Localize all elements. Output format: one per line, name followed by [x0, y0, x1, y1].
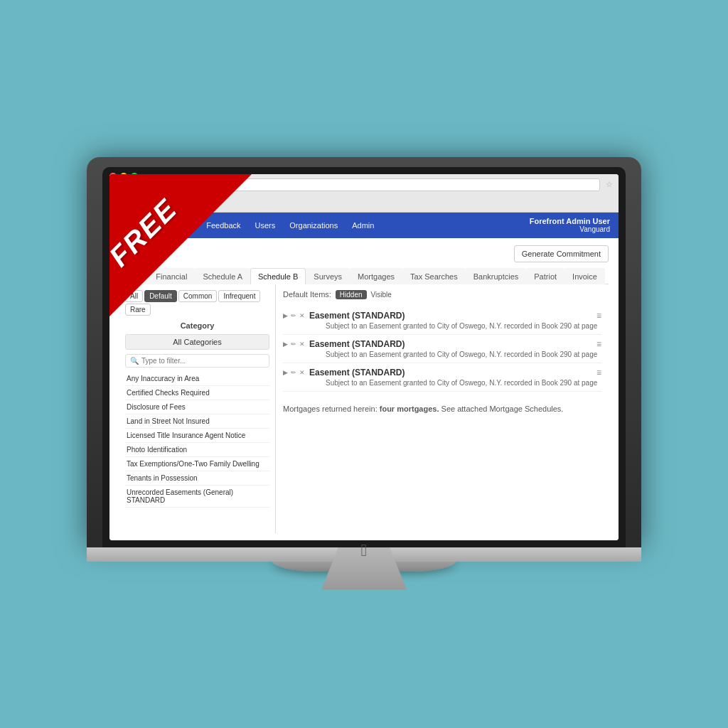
- easement-header-1: ▶ ✏ ✕ Easement (STANDARD) ≡: [283, 311, 601, 321]
- pencil-icon[interactable]: ✏: [291, 369, 296, 376]
- tab-financial[interactable]: Financial: [148, 268, 195, 284]
- list-item[interactable]: Certified Checks Required: [125, 386, 269, 400]
- tab-general[interactable]: eral: [119, 268, 148, 284]
- main-layout: All Default Common Infrequent Rare Categ…: [119, 284, 609, 533]
- filter-buttons: All Default Common Infrequent Rare: [125, 290, 269, 316]
- list-item[interactable]: Disclosure of Fees: [125, 400, 269, 414]
- expand-icon[interactable]: ▶: [283, 341, 288, 348]
- tab-schedule-a[interactable]: Schedule A: [195, 268, 250, 284]
- pencil-icon[interactable]: ✏: [291, 341, 296, 348]
- nav-organizations[interactable]: Organizations: [284, 218, 343, 232]
- badge-hidden[interactable]: Hidden: [336, 290, 367, 299]
- list-item[interactable]: Photo Identification: [125, 443, 269, 457]
- tab-surveys[interactable]: Surveys: [306, 268, 350, 284]
- nav-admin[interactable]: Admin: [346, 218, 380, 232]
- right-panel: Default Items: Hidden Visible ▶ ✏: [276, 284, 609, 533]
- delete-icon[interactable]: ✕: [299, 341, 305, 348]
- item-controls-2: ▶ ✏ ✕: [283, 341, 305, 348]
- user-org: Vanguard: [530, 225, 610, 233]
- expand-window-dot[interactable]: [132, 182, 138, 188]
- badge-visible[interactable]: Visible: [371, 291, 392, 299]
- star-icon: ☆: [606, 180, 613, 189]
- menu-icon-1[interactable]: ≡: [596, 311, 601, 321]
- browser-tab[interactable]: F Forefront Title Insu...: [115, 194, 208, 208]
- list-item-licensed-title[interactable]: Licensed Title Insurance Agent Notice: [125, 429, 269, 443]
- list-item[interactable]: Land in Street Not Insured: [125, 414, 269, 429]
- tab-invoice[interactable]: Invoice: [564, 268, 605, 284]
- browser-window-dots: [115, 182, 138, 188]
- lock-icon: 🔒: [181, 181, 190, 188]
- filter-default[interactable]: Default: [144, 290, 177, 302]
- app-logo: FOREFR A VANGUARD: [118, 218, 154, 232]
- easement-desc-1: Subject to an Easement granted to City o…: [326, 322, 601, 330]
- easement-title-2: Easement (STANDARD): [309, 339, 592, 349]
- logo-top-text: FOREFR: [118, 218, 154, 227]
- delete-icon[interactable]: ✕: [299, 312, 305, 319]
- item-controls-1: ▶ ✏ ✕: [283, 312, 305, 319]
- menu-icon-2[interactable]: ≡: [596, 339, 601, 349]
- monitor-wrapper: ‹ › ↻ 🔒 https://fore... ☆ F F: [87, 157, 641, 572]
- refresh-button[interactable]: ↻: [161, 180, 171, 190]
- nav-users[interactable]: Users: [250, 218, 282, 232]
- favicon: F: [123, 197, 132, 205]
- expand-icon[interactable]: ▶: [283, 369, 288, 376]
- url-text: https://fore...: [192, 181, 235, 189]
- nav-feedback[interactable]: Feedback: [200, 218, 246, 232]
- list-item[interactable]: Unrecorded Easements (General) STANDARD: [125, 486, 269, 508]
- tab-title: Forefront Title Insu...: [134, 197, 200, 205]
- filter-rare[interactable]: Rare: [125, 304, 151, 316]
- expand-icon[interactable]: ▶: [283, 312, 288, 319]
- browser-navigation: ‹ › ↻: [144, 180, 171, 190]
- page-header: smoor Generate Commitment: [119, 245, 609, 262]
- forward-button[interactable]: ›: [152, 180, 158, 190]
- dot-green: [131, 173, 138, 180]
- default-items-label: Default Items:: [283, 290, 331, 299]
- nav-new[interactable]: New ▾: [166, 218, 198, 232]
- user-name: Forefront Admin User: [530, 217, 610, 225]
- list-item[interactable]: Tenants in Possession: [125, 471, 269, 486]
- list-item[interactable]: Tax Exemptions/One-Two Family Dwelling: [125, 457, 269, 471]
- filter-common[interactable]: Common: [178, 290, 218, 302]
- left-panel: All Default Common Infrequent Rare Categ…: [119, 284, 276, 533]
- page-title: smoor: [119, 245, 163, 262]
- delete-icon[interactable]: ✕: [299, 369, 305, 376]
- nav-items: New ▾ Feedback Users Organizations Admin: [166, 218, 530, 232]
- screen: ‹ › ↻ 🔒 https://fore... ☆ F F: [109, 174, 619, 540]
- easement-desc-2: Subject to an Easement granted to City o…: [326, 350, 601, 358]
- pencil-icon[interactable]: ✏: [291, 312, 296, 319]
- chevron-down-icon: ▾: [188, 222, 192, 229]
- close-window-dot[interactable]: [115, 182, 121, 188]
- search-input[interactable]: [141, 357, 264, 365]
- mortgage-note-bold: four mortgages.: [380, 405, 439, 413]
- filter-infrequent[interactable]: Infrequent: [218, 290, 260, 302]
- easement-item-1: ▶ ✏ ✕ Easement (STANDARD) ≡ Subject to a…: [283, 306, 601, 335]
- category-label: Category: [125, 321, 269, 330]
- minimize-window-dot[interactable]: [124, 182, 129, 188]
- browser-top: ‹ › ↻ 🔒 https://fore... ☆: [115, 178, 613, 191]
- tab-bar: F Forefront Title Insu...: [115, 194, 613, 208]
- tab-bankruptcies[interactable]: Bankruptcies: [466, 268, 527, 284]
- filter-all[interactable]: All: [125, 290, 143, 302]
- tab-patriot[interactable]: Patriot: [526, 268, 564, 284]
- back-button[interactable]: ‹: [144, 180, 149, 190]
- easement-item-3: ▶ ✏ ✕ Easement (STANDARD) ≡ Subject to a…: [283, 363, 601, 392]
- tab-schedule-b[interactable]: Schedule B: [250, 268, 306, 284]
- list-item[interactable]: Any Inaccuracy in Area: [125, 372, 269, 386]
- easement-title-3: Easement (STANDARD): [309, 368, 592, 378]
- tab-mortgages[interactable]: Mortgages: [350, 268, 402, 284]
- address-bar[interactable]: 🔒 https://fore...: [176, 178, 600, 191]
- all-categories[interactable]: All Categories: [125, 334, 269, 350]
- logo-sub-text: A VANGUARD: [118, 227, 154, 232]
- app-navbar: FOREFR A VANGUARD New ▾ Feedback Users O…: [109, 213, 619, 238]
- search-icon: 🔍: [130, 357, 139, 365]
- sub-tabs: eral Financial Schedule A Schedule B Sur…: [119, 268, 609, 284]
- menu-icon-3[interactable]: ≡: [596, 368, 601, 378]
- apple-logo-icon: : [87, 540, 641, 560]
- monitor-dots: [109, 173, 138, 180]
- nav-user: Forefront Admin User Vanguard: [530, 217, 610, 233]
- mortgage-note-prefix: Mortgages returned herein:: [283, 405, 380, 413]
- tab-tax-searches[interactable]: Tax Searches: [402, 268, 466, 284]
- generate-commitment-button[interactable]: Generate Commitment: [514, 245, 609, 262]
- monitor-frame: ‹ › ↻ 🔒 https://fore... ☆ F F: [87, 157, 641, 547]
- items-list: Any Inaccuracy in Area Certified Checks …: [125, 372, 269, 508]
